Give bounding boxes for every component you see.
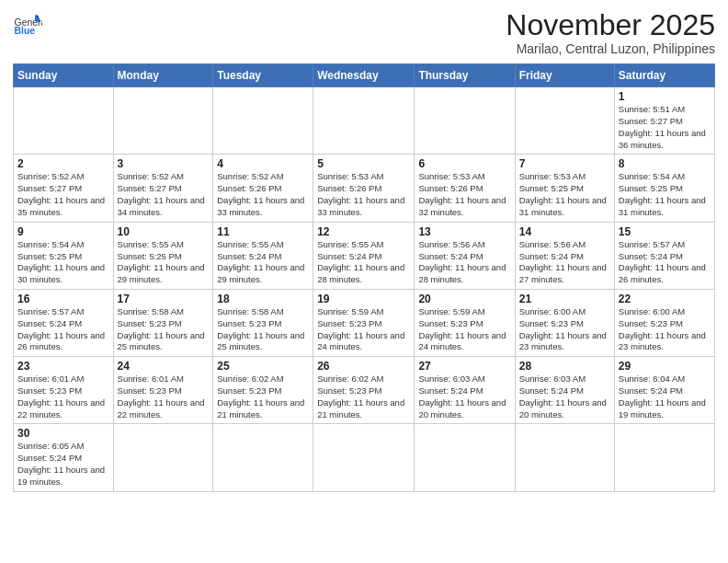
calendar-cell: 16Sunrise: 5:57 AM Sunset: 5:24 PM Dayli… bbox=[14, 289, 114, 356]
day-info: Sunrise: 5:52 AM Sunset: 5:27 PM Dayligh… bbox=[17, 171, 109, 218]
day-number: 15 bbox=[619, 225, 711, 238]
day-number: 16 bbox=[17, 293, 109, 305]
calendar-cell bbox=[415, 87, 515, 155]
header: General Blue November 2025 Marilao, Cent… bbox=[13, 9, 715, 56]
day-info: Sunrise: 6:00 AM Sunset: 5:23 PM Dayligh… bbox=[619, 306, 711, 353]
calendar-cell: 15Sunrise: 5:57 AM Sunset: 5:24 PM Dayli… bbox=[614, 222, 714, 289]
day-number: 1 bbox=[619, 90, 711, 103]
day-info: Sunrise: 5:53 AM Sunset: 5:25 PM Dayligh… bbox=[519, 171, 610, 218]
calendar-cell bbox=[213, 424, 313, 491]
calendar-cell: 7Sunrise: 5:53 AM Sunset: 5:25 PM Daylig… bbox=[515, 155, 614, 222]
calendar-cell: 9Sunrise: 5:54 AM Sunset: 5:25 PM Daylig… bbox=[14, 222, 114, 289]
calendar-week-row: 9Sunrise: 5:54 AM Sunset: 5:25 PM Daylig… bbox=[14, 222, 715, 289]
day-info: Sunrise: 5:56 AM Sunset: 5:24 PM Dayligh… bbox=[418, 239, 510, 286]
calendar-cell bbox=[614, 424, 714, 491]
day-number: 23 bbox=[17, 360, 109, 373]
day-info: Sunrise: 6:04 AM Sunset: 5:24 PM Dayligh… bbox=[619, 373, 711, 420]
logo: General Blue bbox=[13, 9, 42, 39]
calendar-cell: 19Sunrise: 5:59 AM Sunset: 5:23 PM Dayli… bbox=[313, 289, 415, 356]
calendar-cell bbox=[213, 87, 313, 155]
day-info: Sunrise: 6:03 AM Sunset: 5:24 PM Dayligh… bbox=[519, 373, 610, 420]
day-number: 2 bbox=[17, 157, 109, 170]
day-number: 24 bbox=[118, 360, 210, 373]
calendar-body: 1Sunrise: 5:51 AM Sunset: 5:27 PM Daylig… bbox=[14, 87, 715, 492]
calendar-cell: 17Sunrise: 5:58 AM Sunset: 5:23 PM Dayli… bbox=[113, 289, 213, 356]
day-number: 6 bbox=[418, 157, 510, 170]
day-info: Sunrise: 6:02 AM Sunset: 5:23 PM Dayligh… bbox=[317, 373, 410, 420]
day-info: Sunrise: 5:55 AM Sunset: 5:24 PM Dayligh… bbox=[217, 239, 309, 286]
calendar-cell: 5Sunrise: 5:53 AM Sunset: 5:26 PM Daylig… bbox=[313, 155, 415, 222]
day-info: Sunrise: 5:51 AM Sunset: 5:27 PM Dayligh… bbox=[619, 104, 711, 151]
day-number: 14 bbox=[519, 225, 610, 238]
weekday-header-tuesday: Tuesday bbox=[213, 64, 313, 87]
weekday-header-friday: Friday bbox=[515, 64, 614, 87]
calendar-cell: 26Sunrise: 6:02 AM Sunset: 5:23 PM Dayli… bbox=[313, 357, 415, 424]
day-number: 28 bbox=[519, 360, 610, 373]
calendar-table: SundayMondayTuesdayWednesdayThursdayFrid… bbox=[13, 63, 715, 492]
calendar-cell bbox=[515, 424, 614, 491]
calendar-cell: 22Sunrise: 6:00 AM Sunset: 5:23 PM Dayli… bbox=[614, 289, 714, 356]
day-info: Sunrise: 6:01 AM Sunset: 5:23 PM Dayligh… bbox=[17, 373, 109, 420]
day-number: 11 bbox=[217, 225, 309, 238]
day-number: 10 bbox=[118, 225, 210, 238]
day-number: 19 bbox=[317, 293, 410, 305]
calendar-cell: 10Sunrise: 5:55 AM Sunset: 5:25 PM Dayli… bbox=[113, 222, 213, 289]
calendar-week-row: 30Sunrise: 6:05 AM Sunset: 5:24 PM Dayli… bbox=[14, 424, 715, 491]
weekday-header-monday: Monday bbox=[113, 64, 213, 87]
month-title: November 2025 bbox=[506, 9, 715, 41]
day-info: Sunrise: 5:52 AM Sunset: 5:27 PM Dayligh… bbox=[118, 171, 210, 218]
day-number: 18 bbox=[217, 293, 309, 305]
calendar-cell: 29Sunrise: 6:04 AM Sunset: 5:24 PM Dayli… bbox=[614, 357, 714, 424]
day-info: Sunrise: 5:58 AM Sunset: 5:23 PM Dayligh… bbox=[217, 306, 309, 353]
calendar-week-row: 2Sunrise: 5:52 AM Sunset: 5:27 PM Daylig… bbox=[14, 155, 715, 222]
day-number: 4 bbox=[217, 157, 309, 170]
day-info: Sunrise: 5:59 AM Sunset: 5:23 PM Dayligh… bbox=[317, 306, 410, 353]
calendar-cell: 12Sunrise: 5:55 AM Sunset: 5:24 PM Dayli… bbox=[313, 222, 415, 289]
day-info: Sunrise: 6:02 AM Sunset: 5:23 PM Dayligh… bbox=[217, 373, 309, 420]
day-number: 30 bbox=[17, 427, 109, 440]
day-number: 25 bbox=[217, 360, 309, 373]
calendar-week-row: 23Sunrise: 6:01 AM Sunset: 5:23 PM Dayli… bbox=[14, 357, 715, 424]
calendar-cell: 27Sunrise: 6:03 AM Sunset: 5:24 PM Dayli… bbox=[415, 357, 515, 424]
calendar-cell: 30Sunrise: 6:05 AM Sunset: 5:24 PM Dayli… bbox=[14, 424, 114, 491]
day-info: Sunrise: 6:05 AM Sunset: 5:24 PM Dayligh… bbox=[17, 441, 109, 488]
day-number: 27 bbox=[418, 360, 510, 373]
day-info: Sunrise: 5:55 AM Sunset: 5:24 PM Dayligh… bbox=[317, 239, 410, 286]
day-info: Sunrise: 5:57 AM Sunset: 5:24 PM Dayligh… bbox=[619, 239, 711, 286]
day-info: Sunrise: 6:03 AM Sunset: 5:24 PM Dayligh… bbox=[418, 373, 510, 420]
weekday-row: SundayMondayTuesdayWednesdayThursdayFrid… bbox=[14, 64, 715, 87]
calendar-cell: 1Sunrise: 5:51 AM Sunset: 5:27 PM Daylig… bbox=[614, 87, 714, 155]
calendar-cell: 4Sunrise: 5:52 AM Sunset: 5:26 PM Daylig… bbox=[213, 155, 313, 222]
calendar-cell: 11Sunrise: 5:55 AM Sunset: 5:24 PM Dayli… bbox=[213, 222, 313, 289]
svg-text:Blue: Blue bbox=[15, 26, 36, 36]
calendar-cell: 8Sunrise: 5:54 AM Sunset: 5:25 PM Daylig… bbox=[614, 155, 714, 222]
day-info: Sunrise: 5:53 AM Sunset: 5:26 PM Dayligh… bbox=[418, 171, 510, 218]
calendar-week-row: 16Sunrise: 5:57 AM Sunset: 5:24 PM Dayli… bbox=[14, 289, 715, 356]
generalblue-logo-icon: General Blue bbox=[13, 9, 42, 39]
calendar-cell: 2Sunrise: 5:52 AM Sunset: 5:27 PM Daylig… bbox=[14, 155, 114, 222]
weekday-header-thursday: Thursday bbox=[415, 64, 515, 87]
day-info: Sunrise: 5:53 AM Sunset: 5:26 PM Dayligh… bbox=[317, 171, 410, 218]
calendar-cell: 13Sunrise: 5:56 AM Sunset: 5:24 PM Dayli… bbox=[415, 222, 515, 289]
day-number: 13 bbox=[418, 225, 510, 238]
calendar-cell: 14Sunrise: 5:56 AM Sunset: 5:24 PM Dayli… bbox=[515, 222, 614, 289]
day-number: 20 bbox=[418, 293, 510, 305]
calendar-cell bbox=[313, 87, 415, 155]
day-info: Sunrise: 6:00 AM Sunset: 5:23 PM Dayligh… bbox=[519, 306, 610, 353]
day-number: 5 bbox=[317, 157, 410, 170]
day-number: 12 bbox=[317, 225, 410, 238]
calendar-week-row: 1Sunrise: 5:51 AM Sunset: 5:27 PM Daylig… bbox=[14, 87, 715, 155]
page: General Blue November 2025 Marilao, Cent… bbox=[0, 0, 728, 563]
weekday-header-wednesday: Wednesday bbox=[313, 64, 415, 87]
calendar-cell: 18Sunrise: 5:58 AM Sunset: 5:23 PM Dayli… bbox=[213, 289, 313, 356]
day-number: 21 bbox=[519, 293, 610, 305]
day-number: 3 bbox=[118, 157, 210, 170]
day-number: 17 bbox=[118, 293, 210, 305]
calendar-cell bbox=[515, 87, 614, 155]
calendar-cell bbox=[113, 424, 213, 491]
day-number: 26 bbox=[317, 360, 410, 373]
calendar-cell bbox=[313, 424, 415, 491]
calendar-header: SundayMondayTuesdayWednesdayThursdayFrid… bbox=[14, 64, 715, 87]
day-number: 22 bbox=[619, 293, 711, 305]
day-info: Sunrise: 5:54 AM Sunset: 5:25 PM Dayligh… bbox=[619, 171, 711, 218]
